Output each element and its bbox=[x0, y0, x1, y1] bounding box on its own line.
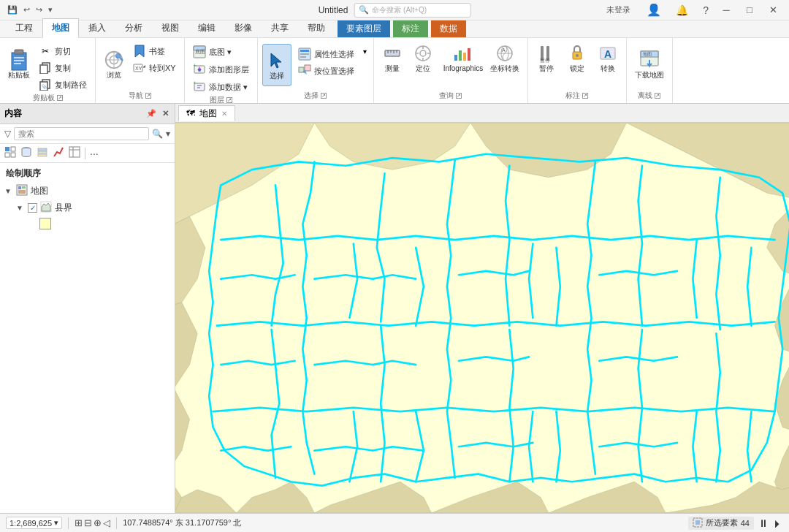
county-checkbox[interactable]: ✓ bbox=[28, 203, 37, 213]
panel-pin-icon[interactable]: 📌 bbox=[145, 108, 158, 119]
attr-select-button[interactable]: 属性性选择 bbox=[294, 46, 358, 62]
command-search[interactable]: 🔍 命令搜索 (Alt+Q) bbox=[354, 3, 470, 18]
panel-table-icon[interactable] bbox=[69, 146, 80, 160]
measure-label: 测量 bbox=[385, 64, 400, 73]
panel-more-icon[interactable]: ··· bbox=[90, 148, 99, 159]
tab-image[interactable]: 影像 bbox=[225, 18, 262, 37]
tab-edit[interactable]: 编辑 bbox=[188, 18, 225, 37]
pause-button[interactable]: 暂停 暂停 bbox=[533, 41, 560, 75]
map-tab-bar: 🗺 地图 ✕ bbox=[175, 104, 789, 123]
lock-button[interactable]: 锁定 bbox=[563, 41, 591, 75]
avatar-icon[interactable]: 👤 bbox=[642, 3, 666, 17]
scale-box[interactable]: 1:2,689,625 ▾ bbox=[6, 517, 62, 529]
tab-project[interactable]: 工程 bbox=[6, 18, 42, 37]
location-select-button[interactable]: 按位置选择 bbox=[294, 63, 358, 79]
statusbar-nav-zoom[interactable]: ⊕ bbox=[94, 517, 102, 528]
svg-rect-78 bbox=[18, 186, 21, 189]
statusbar-pause-icon[interactable]: ⏸ bbox=[758, 517, 769, 529]
paste-button[interactable]: 粘贴板 bbox=[4, 41, 34, 88]
coord-convert-label: 坐标转换 bbox=[490, 64, 519, 73]
customize-icon[interactable]: ▾ bbox=[47, 4, 54, 16]
statusbar-play-icon[interactable]: ⏵ bbox=[773, 517, 783, 529]
infographics-button[interactable]: Infographics bbox=[440, 41, 484, 75]
tree-item-map[interactable]: ▼ 地图 bbox=[0, 183, 175, 200]
panel-db-icon[interactable] bbox=[20, 146, 32, 160]
undo-icon[interactable]: ↩ bbox=[22, 4, 31, 16]
statusbar-nav-grid[interactable]: ⊟ bbox=[84, 517, 92, 528]
selection-expand[interactable]: ↗ bbox=[321, 93, 327, 99]
copy-icon bbox=[39, 61, 52, 75]
search-icon: 🔍 bbox=[359, 5, 369, 15]
county-legend bbox=[12, 216, 175, 231]
scale-dropdown[interactable]: ▾ bbox=[54, 518, 58, 528]
tab-insert[interactable]: 插入 bbox=[79, 18, 115, 37]
label-expand[interactable]: ↗ bbox=[582, 93, 588, 99]
map-tab-close[interactable]: ✕ bbox=[221, 110, 227, 118]
svg-text:+: + bbox=[193, 63, 197, 69]
bell-icon[interactable]: 🔔 bbox=[671, 4, 693, 16]
panel-search-dropdown[interactable]: ▾ bbox=[166, 129, 170, 139]
select-more-button[interactable]: ▾ bbox=[361, 46, 369, 57]
tab-feature-layer[interactable]: 要素图层 bbox=[338, 20, 390, 37]
locate-button[interactable]: 定位 bbox=[409, 41, 437, 75]
map-tab[interactable]: 🗺 地图 ✕ bbox=[178, 105, 235, 121]
tab-help[interactable]: 帮助 bbox=[298, 18, 335, 37]
svg-rect-2 bbox=[14, 57, 24, 58]
navigation-expand[interactable]: ↗ bbox=[145, 93, 151, 99]
tab-map[interactable]: 地图 bbox=[42, 18, 79, 38]
goto-xy-button[interactable]: XY 转到XY bbox=[129, 60, 180, 76]
measure-icon bbox=[382, 43, 403, 64]
maximize-button[interactable]: □ bbox=[739, 0, 760, 20]
panel-line-icon[interactable] bbox=[53, 146, 64, 160]
navigation-group-label: 导航 ↗ bbox=[100, 91, 180, 102]
add-data-button[interactable]: + 添加数据 ▾ bbox=[189, 79, 251, 95]
login-label[interactable]: 未登录 bbox=[602, 4, 635, 15]
add-graphic-layer-button[interactable]: + 添加图形层 bbox=[189, 61, 253, 77]
panel-list-icon[interactable] bbox=[4, 146, 16, 160]
bookmark-button[interactable]: 书签 bbox=[129, 43, 180, 59]
tab-share[interactable]: 共享 bbox=[262, 18, 298, 37]
svg-text:底图: 底图 bbox=[195, 49, 205, 54]
cut-button[interactable]: ✂ 剪切 bbox=[35, 43, 91, 59]
convert-button[interactable]: A 转换 bbox=[594, 41, 622, 75]
help-icon[interactable]: ? bbox=[698, 4, 713, 16]
selection-content: 选择 属性性选择 bbox=[262, 41, 369, 91]
attr-select-icon bbox=[298, 48, 311, 61]
panel-layer-icon[interactable] bbox=[37, 146, 48, 160]
query-expand[interactable]: ↗ bbox=[456, 93, 462, 99]
attr-select-label: 属性性选择 bbox=[314, 49, 354, 60]
save-icon[interactable]: 💾 bbox=[6, 4, 19, 16]
layers-expand[interactable]: ↗ bbox=[226, 97, 232, 103]
svg-point-60 bbox=[576, 54, 579, 57]
coord-convert-button[interactable]: A 坐标转换 bbox=[487, 41, 523, 75]
select-button[interactable]: 选择 bbox=[262, 44, 291, 86]
copy-path-button[interactable]: 📎 复制路径 bbox=[35, 77, 91, 93]
tab-data[interactable]: 数据 bbox=[431, 20, 466, 37]
statusbar-nav-fit[interactable]: ◁ bbox=[103, 517, 110, 528]
tab-analysis[interactable]: 分析 bbox=[115, 18, 152, 37]
panel-search-button[interactable]: 🔍 bbox=[152, 129, 163, 139]
basemap-icon: 底图 bbox=[193, 45, 206, 58]
county-legend-item bbox=[35, 216, 175, 231]
panel-search-input[interactable] bbox=[14, 127, 149, 140]
copy-button[interactable]: 复制 bbox=[35, 60, 91, 76]
minimize-button[interactable]: ─ bbox=[716, 0, 736, 20]
map-canvas[interactable] bbox=[175, 123, 789, 513]
offline-expand[interactable]: ↗ bbox=[655, 93, 660, 99]
basemap-button[interactable]: 底图 底图 ▾ bbox=[189, 44, 235, 60]
toolbar-separator bbox=[85, 148, 85, 159]
measure-button[interactable]: 测量 bbox=[378, 41, 406, 75]
tree-item-county[interactable]: ▼ ✓ 县界 bbox=[12, 200, 175, 216]
browse-button[interactable]: 浏览 bbox=[100, 41, 128, 88]
close-button[interactable]: ✕ bbox=[763, 0, 783, 20]
download-map-button[interactable]: 地图 下载地图 bbox=[631, 41, 668, 88]
clipboard-expand[interactable]: ↗ bbox=[57, 95, 63, 101]
redo-icon[interactable]: ↪ bbox=[34, 4, 44, 16]
tab-label[interactable]: 标注 bbox=[393, 20, 428, 37]
add-data-icon: + bbox=[193, 80, 206, 94]
selection-group: 选择 属性性选择 bbox=[258, 38, 374, 103]
panel-close-icon[interactable]: ✕ bbox=[161, 108, 170, 119]
svg-rect-80 bbox=[18, 190, 26, 194]
tab-view[interactable]: 视图 bbox=[152, 18, 188, 37]
statusbar-nav-pan[interactable]: ⊞ bbox=[75, 517, 83, 528]
